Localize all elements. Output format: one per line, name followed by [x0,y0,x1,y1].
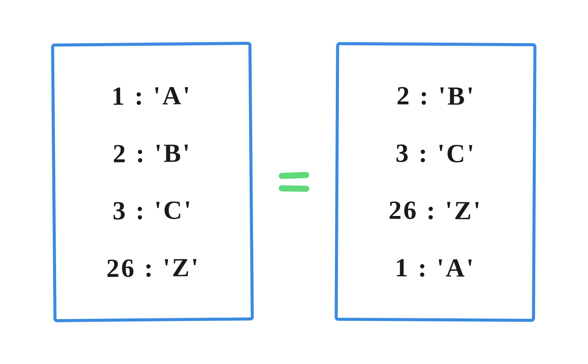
right-row-2: 26 : 'Z' [351,195,519,226]
right-row-0: 2 : 'B' [352,81,520,111]
equals-bar-bottom [279,185,309,192]
left-row-0: 1 : 'A' [68,81,236,112]
left-row-3: 26 : 'Z' [69,252,237,283]
equals-bar-top [279,172,309,179]
left-dictionary-box: 1 : 'A' 2 : 'B' 3 : 'C' 26 : 'Z' [51,42,254,322]
left-row-1: 2 : 'B' [68,138,237,169]
equals-icon [279,172,309,192]
right-row-1: 3 : 'C' [351,138,520,169]
left-row-2: 3 : 'C' [68,195,237,226]
right-dictionary-box: 2 : 'B' 3 : 'C' 26 : 'Z' 1 : 'A' [335,42,536,322]
right-row-3: 1 : 'A' [351,253,519,283]
